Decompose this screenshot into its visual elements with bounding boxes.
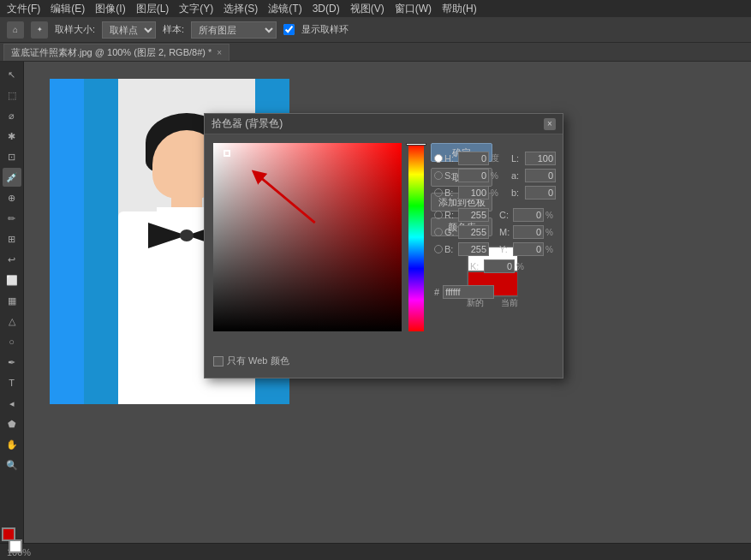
- c-label: C:: [499, 210, 511, 220]
- canvas-area[interactable]: 拾色器 (背景色) ×: [24, 62, 751, 560]
- hex-label: #: [434, 287, 439, 297]
- preview-labels: 新的 当前: [467, 297, 518, 309]
- crop-tool[interactable]: ⊡: [3, 147, 21, 166]
- tab-close-button[interactable]: ×: [217, 48, 222, 57]
- r-input-row: R: C: %: [434, 208, 556, 222]
- h-input-row: H: 度 L:: [434, 152, 556, 165]
- s-radio[interactable]: [434, 171, 443, 180]
- menu-window[interactable]: 窗口(W): [395, 2, 432, 16]
- menu-edit[interactable]: 编辑(E): [51, 2, 85, 16]
- lasso-tool[interactable]: ⌀: [3, 106, 21, 125]
- k-input[interactable]: [484, 259, 515, 273]
- m-label: M:: [499, 227, 511, 237]
- menu-3d[interactable]: 3D(D): [313, 3, 340, 15]
- m-input[interactable]: [513, 225, 544, 239]
- y-input[interactable]: [513, 242, 544, 256]
- s-input[interactable]: [458, 169, 489, 182]
- tool-options-icon[interactable]: ✦: [31, 21, 48, 39]
- menu-text[interactable]: 文字(Y): [179, 2, 213, 16]
- foreground-color-box[interactable]: [2, 527, 15, 541]
- pen-tool[interactable]: ✒: [3, 353, 21, 372]
- menu-filter[interactable]: 滤镜(T): [268, 2, 301, 16]
- r-input[interactable]: [458, 208, 489, 222]
- menu-layer[interactable]: 图层(L): [136, 2, 170, 16]
- s-label: S:: [444, 170, 456, 181]
- history-brush-tool[interactable]: ↩: [3, 250, 21, 269]
- menu-view[interactable]: 视图(V): [350, 2, 384, 16]
- c-input[interactable]: [513, 208, 544, 222]
- b3-input[interactable]: [458, 242, 489, 256]
- color-gradient-area[interactable]: [213, 143, 402, 331]
- stamp-tool[interactable]: ⊞: [3, 229, 21, 248]
- g-radio[interactable]: [434, 228, 443, 236]
- blur-tool[interactable]: △: [3, 312, 21, 331]
- b-radio[interactable]: [434, 188, 443, 197]
- h-input[interactable]: [458, 152, 489, 165]
- eyedropper-tool active[interactable]: 💉: [3, 168, 21, 187]
- y-unit: %: [545, 245, 556, 254]
- s-unit: %: [491, 171, 501, 181]
- bg-blue-left: [84, 79, 118, 404]
- toolbar: ⌂ ✦ 取样大小: 取样点 样本: 所有图层 显示取样环: [0, 17, 751, 43]
- b-input[interactable]: [458, 186, 489, 200]
- b3-radio[interactable]: [434, 245, 443, 253]
- toolbar-size-label: 取样大小:: [55, 23, 95, 36]
- c-unit: %: [545, 211, 556, 220]
- tool-home-icon[interactable]: ⌂: [7, 21, 24, 39]
- svg-line-4: [257, 175, 315, 223]
- brush-tool[interactable]: ✏: [3, 209, 21, 228]
- menu-help[interactable]: 帮助(H): [442, 2, 477, 16]
- hue-indicator: [406, 143, 426, 146]
- quick-select-tool[interactable]: ✱: [3, 127, 21, 146]
- web-safe-label: 只有 Web 颜色: [227, 354, 289, 367]
- color-picker-body: 确定 取消 添加到色板 颜色库 新的 当前: [205, 134, 563, 378]
- active-tab[interactable]: 蓝底证件照素材.jpg @ 100% (图层 2, RGB/8#) * ×: [3, 44, 229, 61]
- text-tool[interactable]: T: [3, 373, 21, 392]
- hex-input[interactable]: [443, 285, 494, 299]
- color-picker-close-button[interactable]: ×: [544, 118, 556, 130]
- web-safe-checkbox[interactable]: [213, 356, 224, 366]
- l-input[interactable]: [525, 152, 556, 165]
- b2-input[interactable]: [525, 186, 556, 200]
- h-radio[interactable]: [434, 154, 443, 163]
- s-input-row: S: % a:: [434, 169, 556, 182]
- color-inputs: H: 度 L: S: % a:: [434, 152, 556, 299]
- g-input[interactable]: [458, 225, 489, 239]
- toolbar-ring-checkbox[interactable]: [283, 24, 295, 35]
- move-tool[interactable]: ↖: [3, 65, 21, 84]
- hue-slider[interactable]: [408, 143, 424, 331]
- new-label: 新的: [467, 297, 484, 309]
- dodge-tool[interactable]: ○: [3, 332, 21, 351]
- zoom-tool[interactable]: 🔍: [3, 456, 21, 474]
- r-radio[interactable]: [434, 211, 443, 219]
- gradient-field[interactable]: [213, 143, 402, 331]
- background-color-box[interactable]: [9, 539, 22, 553]
- gradient-tool[interactable]: ▦: [3, 291, 21, 310]
- menu-bar: 文件(F) 编辑(E) 图像(I) 图层(L) 文字(Y) 选择(S) 滤镜(T…: [0, 0, 751, 17]
- a-label: a:: [511, 170, 523, 181]
- menu-select[interactable]: 选择(S): [224, 2, 258, 16]
- shape-tool[interactable]: ⬟: [3, 414, 21, 433]
- hand-tool[interactable]: ✋: [3, 435, 21, 454]
- g-input-row: G: M: %: [434, 225, 556, 239]
- healing-tool[interactable]: ⊕: [3, 188, 21, 207]
- color-picker-dialog: 拾色器 (背景色) ×: [204, 113, 563, 378]
- toolbar-size-select[interactable]: 取样点: [102, 21, 156, 39]
- eraser-tool[interactable]: ⬜: [3, 271, 21, 289]
- status-bar: 100%: [0, 543, 751, 560]
- path-select-tool[interactable]: ◂: [3, 394, 21, 413]
- h-unit: 度: [491, 152, 501, 164]
- r-label: R:: [444, 210, 456, 220]
- menu-file[interactable]: 文件(F): [7, 2, 40, 16]
- toolbar-sample-select[interactable]: 所有图层: [191, 21, 277, 39]
- menu-image[interactable]: 图像(I): [95, 2, 125, 16]
- b3-input-row: B: Y: %: [434, 242, 556, 256]
- marquee-tool[interactable]: ⬚: [3, 86, 21, 104]
- color-picker-title: 拾色器 (背景色): [212, 116, 283, 131]
- tab-title: 蓝底证件照素材.jpg @ 100% (图层 2, RGB/8#) *: [11, 46, 212, 59]
- a-input[interactable]: [525, 169, 556, 182]
- toolbar-ring-label: 显示取样环: [301, 23, 349, 36]
- b-label: B:: [444, 188, 456, 198]
- color-picker-titlebar: 拾色器 (背景色) ×: [205, 114, 563, 134]
- hex-row: #: [434, 285, 556, 299]
